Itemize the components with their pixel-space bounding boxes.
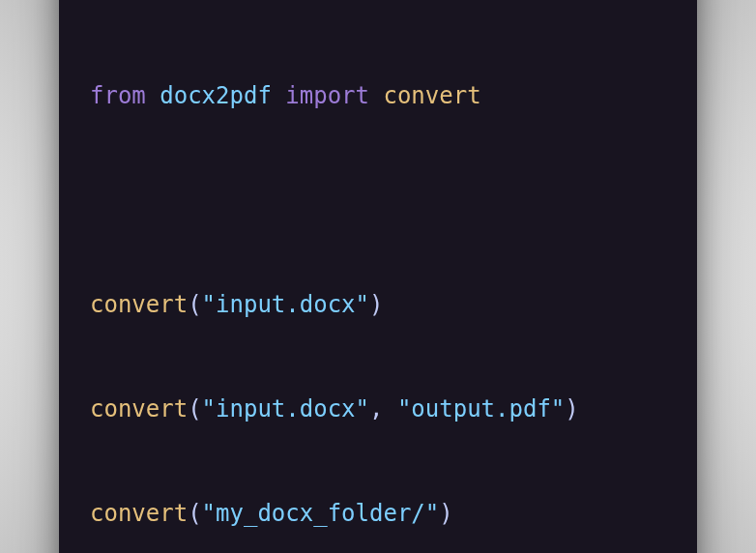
blank-line [90,183,666,218]
module-name: docx2pdf [160,82,272,109]
string-arg: "input.docx" [202,291,369,318]
function-call: convert [90,395,188,422]
code-line-3: convert("input.docx", "output.pdf") [90,392,666,426]
string-arg: "input.docx" [202,395,369,422]
paren-close: ) [565,395,578,422]
code-block: from docx2pdf import convert convert("in… [90,9,666,553]
code-line-1: from docx2pdf import convert [90,78,666,113]
paren-close: ) [369,291,383,318]
function-call: convert [90,500,188,527]
arg-separator: , [369,395,397,422]
keyword-from: from [90,82,146,109]
string-arg: "my_docx_folder/" [202,500,440,527]
paren-open: ( [188,395,201,422]
code-line-4: convert("my_docx_folder/") [90,496,666,531]
string-arg: "output.pdf" [397,395,565,422]
paren-open: ( [188,291,201,318]
paren-close: ) [439,500,452,527]
import-name: convert [383,82,480,109]
code-line-2: convert("input.docx") [90,287,666,322]
paren-open: ( [188,500,201,527]
code-window: from docx2pdf import convert convert("in… [59,0,697,553]
function-call: convert [90,291,188,318]
keyword-import: import [285,82,369,109]
